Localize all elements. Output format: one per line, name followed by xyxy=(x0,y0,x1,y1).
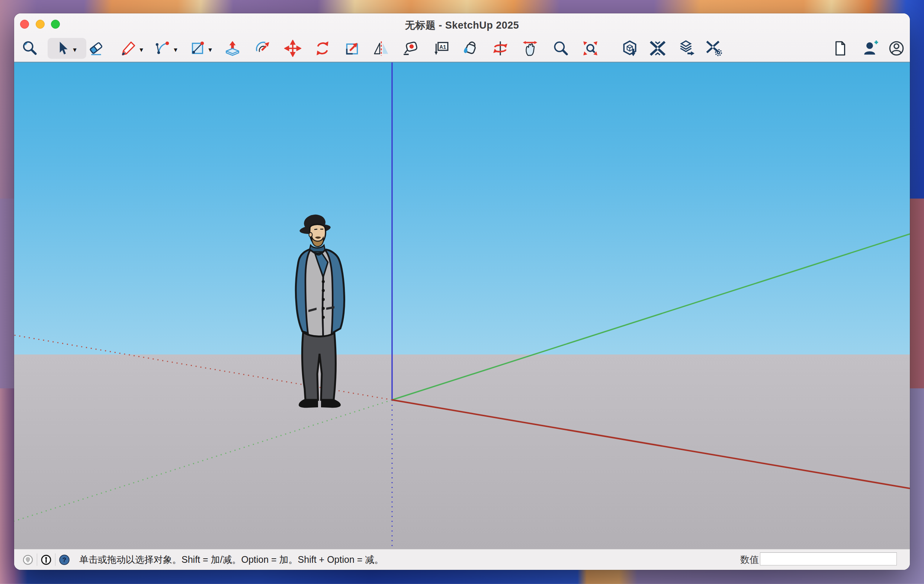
drawing-axes xyxy=(14,63,910,549)
tool-search-button[interactable] xyxy=(19,38,40,59)
offset-icon xyxy=(254,40,272,57)
tool-get-models-button[interactable] xyxy=(619,38,640,59)
tool-line-button[interactable] xyxy=(118,38,139,59)
measurement-input[interactable] xyxy=(760,553,897,566)
orbit-icon xyxy=(492,40,509,57)
dimension-text-icon: A1 xyxy=(432,40,449,57)
tool-orbit-button[interactable] xyxy=(490,38,511,59)
zoom-extents-icon xyxy=(582,40,599,57)
measurement-label: 数值 xyxy=(732,549,759,570)
flip-icon xyxy=(373,40,390,57)
add-person-icon xyxy=(862,40,879,57)
tool-rectangle-button[interactable] xyxy=(188,38,208,59)
paint-bucket-icon xyxy=(462,40,479,57)
tool-arc-button[interactable] xyxy=(152,38,173,59)
tool-trimble-connect-button[interactable] xyxy=(647,38,668,59)
status-message: 单击或拖动以选择对象。Shift = 加/减。Option = 加。Shift … xyxy=(79,549,383,570)
divider xyxy=(37,554,37,566)
send-to-layout-icon xyxy=(678,40,695,57)
scale-icon xyxy=(344,40,361,57)
chevron-down-icon[interactable]: ▾ xyxy=(206,46,214,53)
connect-settings-icon xyxy=(706,40,723,57)
tool-tape-measure-button[interactable] xyxy=(401,38,421,59)
status-bar: ? 单击或拖动以选择对象。Shift = 加/减。Option = 加。Shif… xyxy=(14,549,910,570)
new-document-button[interactable] xyxy=(830,38,850,59)
tool-push-pull-button[interactable] xyxy=(222,38,243,59)
new-document-icon xyxy=(832,40,848,57)
svg-text:A1: A1 xyxy=(440,44,446,50)
invite-button[interactable] xyxy=(860,38,881,59)
credits-icon[interactable] xyxy=(41,554,51,565)
tool-scale-button[interactable] xyxy=(342,38,363,59)
tool-flip-button[interactable] xyxy=(371,38,392,59)
select-arrow-icon xyxy=(54,40,71,57)
account-icon xyxy=(888,40,905,57)
chevron-down-icon[interactable]: ▾ xyxy=(137,46,145,53)
tool-select-button[interactable] xyxy=(48,38,86,59)
sketchup-window: 无标题 - SketchUp 2025 ▾ xyxy=(14,13,910,570)
tool-connect-settings-button[interactable] xyxy=(704,38,724,59)
tool-rotate-button[interactable] xyxy=(312,38,333,59)
tool-dimension-text-button[interactable]: A1 xyxy=(431,38,451,59)
window-title: 无标题 - SketchUp 2025 xyxy=(14,18,910,32)
push-pull-icon xyxy=(224,40,241,57)
get-models-icon xyxy=(621,40,638,57)
move-icon xyxy=(284,40,301,57)
tool-zoom-button[interactable] xyxy=(550,38,571,59)
search-icon xyxy=(21,40,38,57)
pencil-line-icon xyxy=(120,40,137,57)
desktop: 无标题 - SketchUp 2025 ▾ xyxy=(0,0,924,584)
arc-icon xyxy=(154,40,171,57)
modeling-viewport[interactable] xyxy=(14,63,910,549)
titlebar-toolbar: 无标题 - SketchUp 2025 ▾ xyxy=(14,13,910,63)
divider xyxy=(55,554,55,566)
pan-icon xyxy=(521,40,539,57)
eraser-icon xyxy=(87,40,104,57)
tape-measure-icon xyxy=(403,40,419,57)
tool-paint-bucket-button[interactable] xyxy=(460,38,481,59)
tool-offset-button[interactable] xyxy=(252,38,274,59)
rectangle-icon xyxy=(189,40,206,57)
chevron-down-icon[interactable]: ▾ xyxy=(172,46,180,53)
chevron-down-icon[interactable]: ▾ xyxy=(71,46,79,53)
tool-pan-button[interactable] xyxy=(520,38,541,59)
geolocation-icon[interactable] xyxy=(23,554,33,565)
tool-move-button[interactable] xyxy=(282,38,303,59)
tool-eraser-button[interactable] xyxy=(86,38,106,59)
help-icon[interactable]: ? xyxy=(59,554,69,565)
rotate-icon xyxy=(314,40,331,57)
svg-text:?: ? xyxy=(63,556,66,564)
trimble-connect-icon xyxy=(649,40,666,57)
tool-send-to-layout-button[interactable] xyxy=(676,38,697,59)
person-scale-figure[interactable] xyxy=(292,214,355,411)
account-button[interactable] xyxy=(886,38,907,59)
tool-zoom-extents-button[interactable] xyxy=(580,38,601,59)
zoom-icon xyxy=(552,40,569,57)
